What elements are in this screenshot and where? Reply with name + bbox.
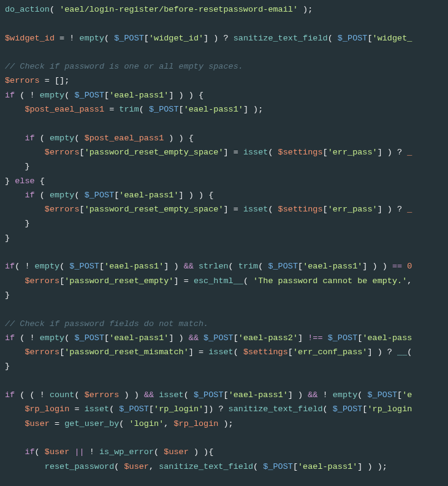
code-token: ] ) ?	[378, 148, 408, 157]
code-token: isset	[85, 404, 110, 414]
code-token: (	[357, 390, 367, 400]
code-token: ] =	[189, 347, 208, 357]
code-token: 'password_reset_empty'	[64, 276, 173, 286]
code-line	[5, 302, 443, 316]
code-token: 'The password cannot be empty.'	[253, 276, 407, 286]
code-token: reset_password	[45, 462, 114, 471]
code-token: _	[407, 205, 412, 214]
code-line: $post_eael_pass1 = trim( $_POST['eael-pa…	[5, 102, 443, 116]
code-token: (	[258, 262, 268, 271]
code-line: if ( ! empty( $_POST['eael-pass1'] ) ) {	[5, 88, 443, 102]
code-token: empty	[35, 262, 60, 271]
code-token: $errors	[5, 76, 40, 85]
code-token: 'login'	[129, 419, 164, 428]
code-line: }	[5, 231, 443, 245]
code-token: empty	[50, 134, 75, 143]
code-token: ] ) )	[362, 262, 392, 271]
code-line: }	[5, 359, 443, 373]
code-token: (	[50, 5, 59, 14]
code-line: if ( ( ! count( $errors ) ) && isset( $_…	[5, 388, 443, 402]
code-token: 'password_reset_mismatch'	[64, 347, 189, 357]
code-token	[323, 333, 328, 343]
code-token: 'eael-pass1'	[298, 462, 357, 471]
code-token: _	[407, 148, 412, 157]
code-line: if( ! empty( $_POST['eael-pass1'] ) && s…	[5, 259, 443, 273]
code-token: sanitize_text_field	[229, 404, 323, 414]
code-token: // Check if password is one or all empty…	[5, 62, 243, 71]
code-token: 'eael-pass1'	[303, 262, 362, 271]
code-token: [	[323, 148, 328, 157]
code-token: $errors	[25, 276, 59, 286]
code-token: $_POST	[85, 191, 115, 200]
code-token: (	[104, 34, 114, 43]
code-token: 'eael-pass1'	[109, 333, 169, 343]
code-token: ) ){	[189, 447, 214, 457]
code-token: $_POST	[263, 462, 293, 471]
code-token: &&	[189, 333, 199, 343]
code-editor[interactable]: do_action( 'eael/login-register/before-r…	[0, 0, 448, 479]
code-token: (	[114, 462, 124, 471]
code-token: $errors	[85, 390, 120, 400]
code-token: }	[5, 290, 10, 300]
code-token: [	[80, 205, 85, 214]
code-token: else	[15, 177, 34, 186]
code-token: ] ) );	[357, 462, 387, 471]
code-token: [	[144, 34, 149, 43]
code-line: // Check if password is one or all empty…	[5, 59, 443, 74]
code-token: $settings	[243, 347, 288, 357]
code-token: (	[154, 447, 164, 457]
code-token: $user	[45, 447, 70, 457]
code-token: 0	[407, 262, 412, 271]
code-line: $errors['password_reset_mismatch'] = iss…	[5, 345, 443, 359]
code-token: if	[25, 447, 34, 457]
code-token: ] ) ) {	[169, 91, 203, 100]
code-line: }	[5, 159, 443, 173]
code-token: 'rp_login'	[154, 404, 203, 414]
code-token: // Check if password fields do not match…	[5, 319, 208, 328]
code-token: ] ) ?	[203, 34, 233, 43]
code-token: is_wp_error	[99, 447, 154, 457]
code-token: count	[50, 390, 75, 400]
code-token: trim	[238, 262, 258, 271]
code-token: [	[224, 390, 229, 400]
code-token: &&	[184, 262, 194, 271]
code-token: 'eael-pass2'	[238, 333, 298, 343]
code-token: empty	[80, 34, 105, 43]
code-line: $errors['password_reset_empty'] = esc_ht…	[5, 274, 443, 288]
code-line	[5, 17, 443, 31]
code-token: $user	[25, 419, 50, 428]
code-line: if ( empty( $_POST['eael-pass1'] ) ) {	[5, 188, 443, 202]
code-token: ==	[392, 262, 402, 271]
code-token	[5, 134, 25, 143]
code-token: [	[397, 390, 402, 400]
code-token: if	[5, 91, 15, 100]
code-token: ) )	[119, 390, 144, 400]
code-token: [	[367, 34, 372, 43]
code-token: (	[323, 404, 333, 414]
code-token: }	[5, 162, 30, 171]
code-token: $_POST	[367, 390, 397, 400]
code-token: 'password_reset_empty_space'	[85, 148, 224, 157]
code-token: (	[35, 447, 45, 457]
code-token: &&	[144, 390, 154, 400]
code-token: 'eael-pass1'	[229, 390, 288, 400]
code-token: (	[119, 419, 129, 428]
code-token: }	[5, 362, 10, 371]
code-token: 'eael-pass	[362, 333, 412, 343]
code-token	[5, 447, 25, 457]
code-token: }	[5, 219, 30, 228]
code-token: =	[50, 419, 64, 428]
code-token	[199, 333, 203, 343]
code-token: do_action	[5, 5, 50, 14]
code-token: 'eael-pass1'	[184, 105, 243, 114]
code-token: 'widget_id'	[149, 34, 203, 43]
code-token: 'password_reset_empty_space'	[85, 205, 224, 214]
code-line: if ( ! empty( $_POST['eael-pass1'] ) && …	[5, 331, 443, 345]
code-token: [	[179, 105, 184, 114]
code-token: empty	[40, 333, 65, 343]
code-token: ,	[164, 419, 173, 428]
code-line: }	[5, 216, 443, 230]
code-token: sanitize_text_field	[159, 462, 253, 471]
code-token: (	[229, 262, 238, 271]
code-token: 'eael/login-register/before-resetpasswor…	[59, 5, 298, 14]
